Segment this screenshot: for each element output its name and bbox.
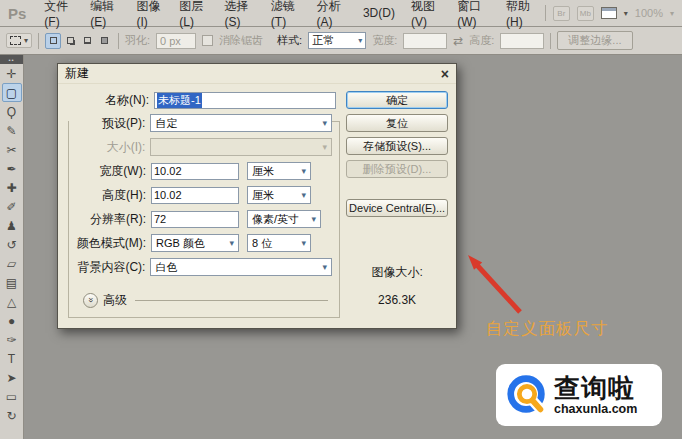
- color-mode-label: 颜色模式(M):: [69, 235, 151, 252]
- dialog-title: 新建: [65, 65, 89, 82]
- height-unit-select[interactable]: 厘米 ▾: [247, 186, 311, 204]
- width-input[interactable]: [403, 33, 447, 49]
- divider: [135, 300, 328, 301]
- blur-tool[interactable]: △: [2, 292, 22, 311]
- height-input[interactable]: [151, 187, 239, 204]
- chevron-down-icon: ▾: [311, 214, 316, 224]
- move-tool[interactable]: ✛: [2, 64, 22, 83]
- workspace-layout-icon[interactable]: [601, 7, 617, 19]
- tool-preset-picker[interactable]: ▾: [6, 33, 32, 48]
- name-value: 未标题-1: [157, 93, 202, 108]
- chevron-down-icon: ▾: [301, 166, 306, 176]
- antialias-checkbox[interactable]: [202, 35, 213, 46]
- divider: [38, 33, 39, 49]
- menu-analysis[interactable]: 分析(A): [309, 0, 355, 29]
- type-tool[interactable]: T: [2, 349, 22, 368]
- image-size-value: 236.3K: [346, 293, 448, 307]
- width-label: 宽度:: [372, 33, 397, 48]
- feather-label: 羽化:: [125, 33, 150, 48]
- watermark-site-url: chaxunla.com: [554, 403, 637, 416]
- background-select[interactable]: 白色 ▾: [150, 258, 332, 276]
- style-label: 样式:: [277, 33, 302, 48]
- chevron-down-icon[interactable]: ▾: [624, 9, 628, 18]
- menu-edit[interactable]: 编辑(E): [82, 0, 128, 29]
- magnifier-logo-icon: [504, 372, 550, 418]
- divider: [118, 33, 119, 49]
- save-preset-button[interactable]: 存储预设(S)...: [346, 137, 448, 155]
- ok-button[interactable]: 确定: [346, 91, 448, 109]
- height-label: 高度(H):: [69, 187, 151, 204]
- width-unit-select[interactable]: 厘米 ▾: [247, 162, 311, 180]
- chevron-down-icon: ▾: [301, 238, 306, 248]
- color-mode-select[interactable]: RGB 颜色 ▾: [151, 234, 239, 252]
- marquee-icon: [10, 36, 21, 45]
- width-label: 宽度(W):: [69, 163, 151, 180]
- zoom-level[interactable]: 100%: [635, 7, 663, 19]
- menu-layer[interactable]: 图层(L): [171, 0, 216, 29]
- dialog-titlebar[interactable]: 新建 ×: [58, 64, 456, 84]
- healing-brush-tool[interactable]: ✚: [2, 178, 22, 197]
- feather-input[interactable]: [156, 33, 196, 49]
- menu-view[interactable]: 视图(V): [403, 0, 449, 29]
- resolution-input[interactable]: [151, 211, 239, 228]
- width-input[interactable]: [151, 163, 239, 180]
- image-size-block: 图像大小: 236.3K: [346, 264, 448, 307]
- height-label: 高度:: [469, 33, 494, 48]
- advanced-expand-button[interactable]: »: [83, 293, 98, 308]
- divider: [550, 33, 551, 49]
- intersect-selection-mode-icon[interactable]: [96, 33, 112, 49]
- eraser-tool[interactable]: ▱: [2, 254, 22, 273]
- clone-stamp-tool[interactable]: ♟: [2, 216, 22, 235]
- close-icon[interactable]: ×: [441, 67, 449, 81]
- chevron-down-icon: ▾: [322, 118, 327, 128]
- new-selection-mode-icon[interactable]: [45, 33, 61, 49]
- brush-tool[interactable]: ✐: [2, 197, 22, 216]
- background-label: 背景内容(C):: [69, 259, 150, 276]
- chevron-down-icon: ▾: [229, 238, 234, 248]
- chevron-down-icon: ▾: [670, 9, 674, 18]
- watermark: 查询啦 chaxunla.com: [496, 364, 662, 426]
- mini-bridge-button[interactable]: Mb: [577, 6, 594, 21]
- lasso-tool[interactable]: Ϙ: [2, 102, 22, 121]
- bridge-button[interactable]: Br: [553, 6, 570, 21]
- antialias-label: 消除锯齿: [219, 33, 263, 48]
- device-central-button[interactable]: Device Central(E)...: [346, 199, 448, 217]
- style-select[interactable]: 正常 ▾: [308, 32, 366, 49]
- add-to-selection-mode-icon[interactable]: [62, 33, 78, 49]
- quick-selection-tool[interactable]: ✎: [2, 121, 22, 140]
- menu-select[interactable]: 选择(S): [217, 0, 263, 29]
- preset-select[interactable]: 自定 ▾: [150, 114, 332, 132]
- menu-window[interactable]: 窗口(W): [449, 0, 498, 29]
- swap-dimensions-icon[interactable]: ⇄: [453, 34, 463, 48]
- tool-options-bar: ▾ 羽化: 消除锯齿 样式: 正常 ▾ 宽度: ⇄ 高度: 调整边缘...: [0, 27, 682, 55]
- menu-image[interactable]: 图像(I): [128, 0, 171, 29]
- history-brush-tool[interactable]: ↺: [2, 235, 22, 254]
- tools-panel-header[interactable]: ••: [0, 55, 23, 64]
- menu-help[interactable]: 帮助(H): [498, 0, 545, 29]
- menu-3d[interactable]: 3D(D): [355, 6, 403, 20]
- rectangle-tool[interactable]: ▭: [2, 387, 22, 406]
- chevron-down-icon: ▾: [358, 36, 362, 45]
- selection-mode-group: [45, 33, 112, 49]
- delete-preset-button: 删除预设(D)...: [346, 160, 448, 178]
- eyedropper-tool[interactable]: ✒: [2, 159, 22, 178]
- chevron-down-icon: ▾: [301, 190, 306, 200]
- dodge-tool[interactable]: ●: [2, 311, 22, 330]
- refine-edge-button[interactable]: 调整边缘...: [557, 31, 632, 50]
- rectangular-marquee-tool[interactable]: ▢: [2, 83, 22, 102]
- crop-tool[interactable]: ✂: [2, 140, 22, 159]
- name-input[interactable]: 未标题-1: [154, 92, 336, 109]
- gradient-tool[interactable]: ▤: [2, 273, 22, 292]
- chevron-down-icon: ▾: [322, 262, 327, 272]
- subtract-from-selection-mode-icon[interactable]: [79, 33, 95, 49]
- menu-file[interactable]: 文件(F): [36, 0, 82, 29]
- 3d-rotate-tool[interactable]: ↻: [2, 406, 22, 425]
- resolution-unit-select[interactable]: 像素/英寸 ▾: [247, 210, 321, 228]
- pen-tool[interactable]: ✑: [2, 330, 22, 349]
- menu-filter[interactable]: 滤镜(T): [263, 0, 309, 29]
- path-selection-tool[interactable]: ➤: [2, 368, 22, 387]
- bit-depth-select[interactable]: 8 位 ▾: [247, 234, 311, 252]
- height-input[interactable]: [500, 33, 544, 49]
- reset-button[interactable]: 复位: [346, 114, 448, 132]
- photoshop-logo: Ps: [6, 5, 36, 22]
